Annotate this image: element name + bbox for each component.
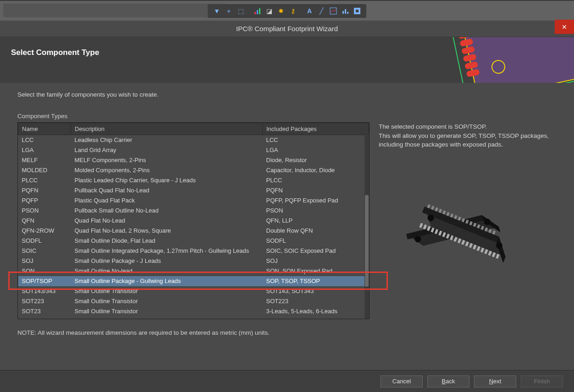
cell-pkg: LGA: [263, 145, 369, 155]
cancel-button[interactable]: Cancel: [381, 376, 423, 387]
table-row[interactable]: SOJSmall Outline Package - J LeadsSOJ: [18, 256, 369, 266]
chart-icon[interactable]: [328, 5, 339, 16]
svg-rect-50: [465, 241, 469, 246]
header-illustration: [432, 37, 574, 83]
table-row[interactable]: MELFMELF Components, 2-PinsDiode, Resist…: [18, 155, 369, 165]
cell-pkg: SODFL: [263, 236, 369, 246]
svg-rect-39: [423, 224, 427, 229]
table-row[interactable]: SOP/TSOPSmall Outline Package - Gullwing…: [18, 276, 369, 286]
cell-desc: Molded Components, 2-Pins: [71, 165, 263, 175]
table-row[interactable]: QFN-2ROWQuad Flat No-Lead, 2 Rows, Squar…: [18, 226, 369, 236]
svg-rect-53: [477, 246, 480, 251]
cell-pkg: SOT143, SOT343: [263, 286, 369, 296]
cell-pkg: PQFN: [263, 185, 369, 196]
cell-name: QFN-2ROW: [18, 226, 71, 236]
svg-rect-0: [254, 12, 256, 14]
filter-icon[interactable]: ▼: [211, 5, 222, 16]
component-types-table: Name Description Included Packages LCCLe…: [17, 122, 370, 319]
wizard-body: Select the family of components you wish…: [0, 83, 574, 336]
cell-desc: Small Outline Transistor: [71, 286, 263, 296]
key-icon[interactable]: ⚷: [287, 5, 298, 16]
svg-rect-10: [464, 37, 574, 83]
table-row[interactable]: SOT143/343Small Outline TransistorSOT143…: [18, 286, 369, 296]
table-row[interactable]: MOLDEDMolded Components, 2-PinsCapacitor…: [18, 165, 369, 175]
cell-pkg: SOJ: [263, 256, 369, 266]
app-topbar: ▼ + ⬚ ◪ ✹ ⚷ A ╱: [0, 0, 574, 21]
cell-pkg: LCC: [263, 135, 369, 145]
align-icon[interactable]: [252, 5, 263, 16]
line-icon[interactable]: ╱: [316, 5, 327, 16]
cell-desc: Leadless Chip Carrier: [71, 135, 263, 145]
cell-name: SOT223: [18, 296, 71, 306]
cell-name: SOJ: [18, 256, 71, 266]
svg-rect-1: [257, 10, 258, 14]
table-row[interactable]: PQFNPullback Quad Flat No-LeadPQFN: [18, 185, 369, 196]
cell-name: MELF: [18, 155, 71, 165]
table-row[interactable]: PQFPPlastic Quad Flat PackPQFP, PQFP Exp…: [18, 196, 369, 206]
table-row[interactable]: PLCCPlastic Leaded Chip Carrier, Square …: [18, 175, 369, 185]
col-name[interactable]: Name: [18, 123, 71, 135]
cell-pkg: Double Row QFN: [263, 226, 369, 236]
svg-rect-48: [458, 238, 461, 243]
text-icon[interactable]: A: [304, 5, 315, 16]
close-button[interactable]: ✕: [555, 20, 574, 34]
cell-desc: Quad Flat No-Lead, 2 Rows, Square: [71, 226, 263, 236]
table-row[interactable]: SOT223Small Outline TransistorSOT223: [18, 296, 369, 306]
info-line1: The selected component is SOP/TSOP.: [379, 122, 563, 131]
cell-desc: Small Outline Transistor: [71, 316, 263, 320]
next-button[interactable]: Next: [474, 376, 516, 387]
bar-chart-icon[interactable]: [340, 5, 351, 16]
table-row[interactable]: SOT89Small Outline TransistorSOT89: [18, 316, 369, 320]
cell-name: PLCC: [18, 175, 71, 185]
cell-pkg: SOIC, SOIC Exposed Pad: [263, 246, 369, 256]
eraser-icon[interactable]: ◪: [264, 5, 275, 16]
cell-desc: Plastic Quad Flat Pack: [71, 196, 263, 206]
dialog-titlebar: IPC® Compliant Footprint Wizard ✕: [0, 21, 574, 37]
wizard-footer: Cancel Back Next Finish: [0, 370, 574, 392]
cell-name: LCC: [18, 135, 71, 145]
cell-name: SOIC: [18, 246, 71, 256]
cell-pkg: PSON: [263, 206, 369, 216]
component-preview: [379, 177, 544, 296]
cell-name: MOLDED: [18, 165, 71, 175]
table-row[interactable]: SODFLSmall Outline Diode, Flat LeadSODFL: [18, 236, 369, 246]
toolbar: ▼ + ⬚ ◪ ✹ ⚷ A ╱: [208, 4, 366, 18]
cell-pkg: 3-Leads, 5-Leads, 6-Leads: [263, 306, 369, 316]
table-row[interactable]: SOT23Small Outline Transistor3-Leads, 5-…: [18, 306, 369, 316]
table-row[interactable]: PSONPullback Small Outline No-LeadPSON: [18, 206, 369, 216]
cell-desc: Small Outline Package - Gullwing Leads: [71, 276, 263, 286]
svg-rect-2: [259, 8, 260, 14]
cell-desc: Small Outline No-lead: [71, 266, 263, 276]
cell-name: SOT143/343: [18, 286, 71, 296]
cell-name: SON: [18, 266, 71, 276]
cell-desc: Small Outline Integrated Package, 1.27mm…: [71, 246, 263, 256]
table-row[interactable]: SONSmall Outline No-leadSON, SON Exposed…: [18, 266, 369, 276]
table-row[interactable]: SOICSmall Outline Integrated Package, 1.…: [18, 246, 369, 256]
table-scrollbar[interactable]: [364, 136, 369, 319]
svg-rect-51: [469, 243, 473, 248]
back-button[interactable]: Back: [427, 376, 469, 387]
add-icon[interactable]: +: [223, 5, 234, 16]
cell-name: SOT89: [18, 316, 71, 320]
table-row[interactable]: LGALand Grid ArrayLGA: [18, 145, 369, 155]
info-line2: This will allow you to generate SOP, TSO…: [379, 131, 563, 149]
cell-desc: Quad Flat No-Lead: [71, 216, 263, 226]
table-row[interactable]: QFNQuad Flat No-LeadQFN, LLP: [18, 216, 369, 226]
gear-icon[interactable]: ✹: [276, 5, 287, 16]
cell-pkg: SOP, TSOP, TSSOP: [263, 276, 369, 286]
table-row[interactable]: LCCLeadless Chip CarrierLCC: [18, 135, 369, 145]
select-icon[interactable]: ⬚: [235, 5, 246, 16]
cell-desc: Pullback Quad Flat No-Lead: [71, 185, 263, 196]
cell-name: SOP/TSOP: [18, 276, 71, 286]
expand-icon[interactable]: [352, 5, 363, 16]
svg-rect-52: [473, 245, 476, 250]
cell-name: PSON: [18, 206, 71, 216]
cell-name: LGA: [18, 145, 71, 155]
finish-button[interactable]: Finish: [521, 376, 563, 387]
col-included-packages[interactable]: Included Packages: [263, 123, 369, 135]
scroll-thumb[interactable]: [365, 195, 369, 287]
cell-name: SODFL: [18, 236, 71, 246]
svg-rect-54: [480, 247, 484, 252]
col-description[interactable]: Description: [71, 123, 263, 135]
wizard-header: Select Component Type: [0, 37, 574, 83]
